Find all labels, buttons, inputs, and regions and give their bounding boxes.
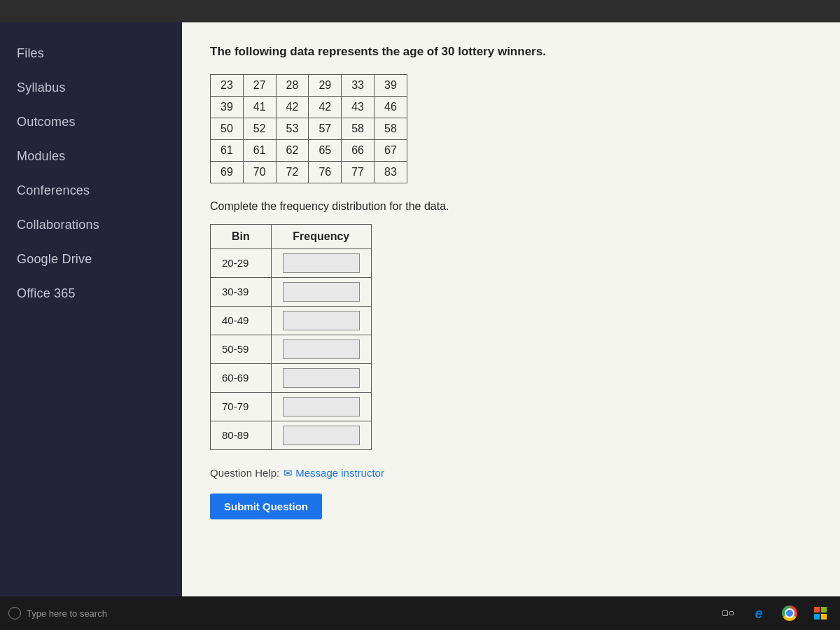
search-icon	[8, 607, 21, 620]
data-cell: 72	[276, 161, 309, 183]
freq-input-20-29[interactable]	[283, 253, 360, 273]
task-view-button[interactable]	[717, 602, 739, 624]
freq-value-cell	[271, 335, 371, 363]
question-help-label: Question Help:	[210, 467, 279, 479]
freq-value-cell	[271, 277, 371, 306]
data-cell: 77	[342, 161, 374, 183]
freq-bin-cell: 60-69	[211, 363, 272, 392]
sidebar-item-files[interactable]: Files	[0, 36, 182, 71]
chrome-icon	[782, 606, 797, 621]
data-cell: 42	[276, 96, 309, 118]
sidebar-item-syllabus[interactable]: Syllabus	[0, 71, 182, 105]
sidebar-item-office-365[interactable]: Office 365	[0, 276, 182, 311]
freq-row: 50-59	[211, 335, 372, 363]
data-cell: 23	[211, 74, 244, 96]
data-cell: 41	[243, 96, 276, 118]
sidebar-item-google-drive[interactable]: Google Drive	[0, 242, 182, 276]
data-table: 2327282933393941424243465052535758586161…	[210, 74, 407, 183]
instruction-text: Complete the frequency distribution for …	[210, 200, 812, 213]
taskbar-icons: e	[717, 602, 832, 624]
freq-bin-cell: 20-29	[211, 248, 272, 277]
windows-icon	[814, 607, 827, 620]
data-cell: 61	[243, 139, 276, 161]
sidebar-item-conferences[interactable]: Conferences	[0, 174, 182, 208]
data-cell: 58	[374, 118, 407, 139]
data-cell: 28	[276, 74, 309, 96]
freq-row: 60-69	[211, 363, 372, 392]
freq-row: 30-39	[211, 277, 372, 306]
frequency-table: Bin Frequency 20-2930-3940-4950-5960-697…	[210, 224, 372, 450]
data-cell: 39	[211, 96, 244, 118]
chrome-browser-icon[interactable]	[778, 602, 801, 624]
freq-input-70-79[interactable]	[283, 397, 360, 416]
data-cell: 61	[211, 139, 244, 161]
freq-value-cell	[271, 248, 371, 277]
freq-bin-cell: 30-39	[211, 277, 272, 306]
top-bar	[0, 0, 840, 22]
sidebar-item-collaborations[interactable]: Collaborations	[0, 208, 182, 242]
search-placeholder: Type here to search	[27, 608, 107, 619]
data-cell: 57	[309, 118, 342, 139]
data-cell: 33	[342, 74, 374, 96]
data-cell: 39	[374, 74, 407, 96]
freq-bin-cell: 50-59	[211, 335, 272, 363]
sidebar-item-outcomes[interactable]: Outcomes	[0, 105, 182, 139]
data-cell: 67	[374, 139, 407, 161]
data-cell: 69	[211, 161, 244, 183]
freq-input-30-39[interactable]	[283, 282, 360, 302]
taskview-icon-small	[729, 611, 734, 615]
freq-row: 70-79	[211, 392, 372, 421]
data-cell: 65	[309, 139, 342, 161]
data-cell: 27	[243, 74, 276, 96]
question-help: Question Help: ✉ Message instructor	[210, 467, 812, 479]
freq-value-cell	[271, 421, 371, 449]
freq-bin-cell: 70-79	[211, 392, 272, 421]
data-cell: 53	[276, 118, 309, 139]
sidebar-item-modules[interactable]: Modules	[0, 139, 182, 174]
data-cell: 58	[342, 118, 374, 139]
data-cell: 50	[211, 118, 244, 139]
freq-row: 80-89	[211, 421, 372, 449]
data-cell: 62	[276, 139, 309, 161]
freq-bin-cell: 80-89	[211, 421, 272, 449]
freq-value-cell	[271, 363, 371, 392]
sidebar: Files Syllabus Outcomes Modules Conferen…	[0, 22, 182, 596]
edge-icon: e	[755, 606, 762, 622]
taskbar: Type here to search e	[0, 596, 840, 630]
main-content: The following data represents the age of…	[182, 22, 840, 596]
data-cell: 42	[309, 96, 342, 118]
data-cell: 43	[342, 96, 374, 118]
main-area: Files Syllabus Outcomes Modules Conferen…	[0, 22, 840, 596]
data-cell: 70	[243, 161, 276, 183]
freq-header-bin: Bin	[211, 224, 272, 248]
mail-icon: ✉	[284, 467, 293, 479]
freq-value-cell	[271, 392, 371, 421]
data-cell: 52	[243, 118, 276, 139]
submit-question-button[interactable]: Submit Question	[210, 493, 322, 519]
edge-browser-icon[interactable]: e	[748, 602, 770, 624]
data-cell: 29	[309, 74, 342, 96]
message-instructor-link[interactable]: ✉ Message instructor	[284, 467, 384, 479]
freq-input-80-89[interactable]	[283, 426, 360, 445]
data-cell: 46	[374, 96, 407, 118]
freq-row: 20-29	[211, 248, 372, 277]
data-cell: 66	[342, 139, 374, 161]
freq-input-60-69[interactable]	[283, 368, 360, 388]
taskbar-search-area[interactable]: Type here to search	[8, 607, 714, 620]
question-title: The following data represents the age of…	[210, 43, 812, 60]
data-cell: 76	[309, 161, 342, 183]
freq-bin-cell: 40-49	[211, 306, 272, 335]
freq-input-40-49[interactable]	[283, 311, 360, 330]
freq-value-cell	[271, 306, 371, 335]
freq-row: 40-49	[211, 306, 372, 335]
taskview-icon	[722, 610, 728, 616]
windows-start-button[interactable]	[809, 602, 832, 624]
data-cell: 83	[374, 161, 407, 183]
freq-input-50-59[interactable]	[283, 340, 360, 359]
freq-header-frequency: Frequency	[271, 224, 371, 248]
